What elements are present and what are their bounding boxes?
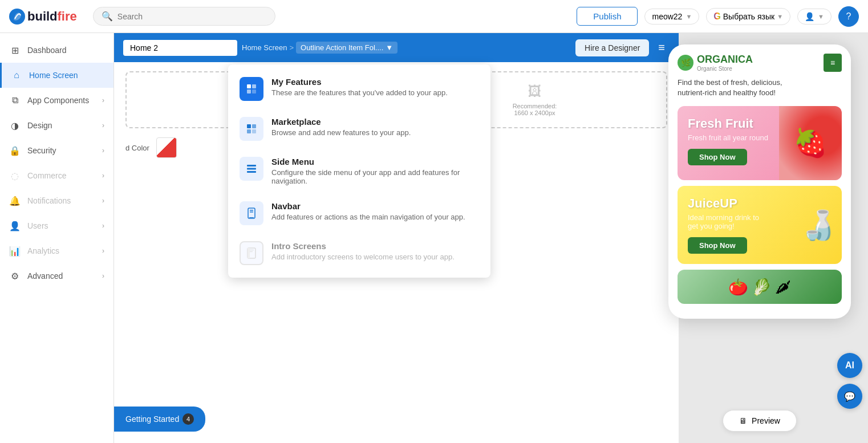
marketplace-text: Marketplace Browse and add new features … — [271, 117, 411, 137]
pepper-image: 🌶 — [775, 278, 791, 296]
sidebar-item-design[interactable]: ◑ Design › — [0, 113, 113, 138]
svg-rect-3 — [247, 90, 251, 94]
svg-rect-17 — [249, 250, 254, 250]
sidebar-item-notifications[interactable]: 🔔 Notifications › — [0, 188, 113, 213]
my-features-title: My Features — [271, 77, 448, 87]
notifications-chevron-icon: › — [102, 197, 104, 205]
preview-bar: 🖥 Preview — [668, 410, 851, 432]
sidebar-label-app-components: App Components — [27, 96, 89, 105]
hamburger-menu-button[interactable]: ≡ — [654, 39, 670, 56]
analytics-chevron-icon: › — [102, 247, 104, 255]
sidebar: ⊞ Dashboard ⌂ Home Screen ⧉ App Componen… — [0, 33, 114, 443]
svg-rect-4 — [252, 90, 256, 94]
sidebar-item-app-components[interactable]: ⧉ App Components › — [0, 88, 113, 113]
sidebar-label-commerce: Commerce — [27, 171, 66, 180]
sidebar-item-commerce[interactable]: ◌ Commerce › — [0, 163, 113, 188]
sidebar-item-analytics[interactable]: 📊 Analytics › — [0, 238, 113, 263]
juiceup-title: JuiceUP — [688, 196, 785, 211]
publish-button[interactable]: Publish — [577, 7, 638, 26]
search-input[interactable] — [117, 12, 267, 21]
fresh-fruit-shop-btn[interactable]: Shop Now — [688, 149, 747, 165]
dropdown-item-side-menu[interactable]: Side Menu Configure the side menu of you… — [228, 149, 490, 193]
sidebar-label-design: Design — [27, 121, 52, 130]
sidebar-label-notifications: Notifications — [27, 196, 71, 205]
side-menu-text: Side Menu Configure the side menu of you… — [271, 157, 479, 185]
phone-logo: 🌿 ORGANICA Organic Store — [678, 54, 753, 72]
search-bar[interactable]: 🔍 — [93, 7, 275, 26]
breadcrumb-home[interactable]: Home Screen — [242, 43, 287, 52]
svg-rect-2 — [252, 84, 256, 88]
preview-phone: 🌿 ORGANICA Organic Store ≡ Find the best… — [668, 44, 851, 319]
help-button[interactable]: ? — [838, 6, 859, 27]
breadcrumb-chevron-icon: ▼ — [386, 43, 393, 52]
marketplace-title: Marketplace — [271, 117, 411, 127]
page-title-input[interactable] — [123, 40, 237, 56]
color-label: d Color — [125, 144, 149, 152]
breadcrumb-separator: > — [289, 43, 294, 52]
intro-screens-title: Intro Screens — [271, 241, 455, 251]
brand-name: ORGANICA — [697, 54, 753, 65]
navbar-text: Navbar Add features or actions as the ma… — [271, 201, 465, 221]
account-label: meow22 — [652, 12, 682, 21]
design-chevron-icon: › — [102, 121, 104, 129]
dropdown-item-my-features[interactable]: My Features These are the features that … — [228, 69, 490, 109]
svg-rect-14 — [250, 212, 253, 213]
sidebar-item-security[interactable]: 🔒 Security › — [0, 138, 113, 163]
svg-rect-6 — [252, 124, 256, 128]
fresh-fruit-card-inner: Fresh Fruit Fresh fruit all year round S… — [678, 106, 842, 180]
dropdown-item-navbar[interactable]: Navbar Add features or actions as the ma… — [228, 193, 490, 233]
commerce-chevron-icon: › — [102, 172, 104, 180]
sidebar-item-advanced[interactable]: ⚙ Advanced › — [0, 263, 113, 288]
getting-started-badge: 4 — [182, 413, 194, 425]
user-icon: 👤 — [805, 12, 814, 21]
organica-icon: 🌿 — [678, 55, 693, 71]
preview-button[interactable]: 🖥 Preview — [723, 410, 797, 432]
sidebar-label-analytics: Analytics — [27, 246, 59, 255]
user-profile-btn[interactable]: 👤 ▼ — [797, 9, 832, 25]
hire-designer-button[interactable]: Hire a Designer — [575, 39, 649, 56]
marketplace-icon — [240, 117, 263, 141]
chat-button[interactable]: 💬 — [837, 384, 862, 409]
breadcrumb-current[interactable]: Outline Action Item Fol.... ▼ — [296, 42, 398, 54]
getting-started-button[interactable]: Getting Started 4 — [114, 407, 205, 432]
notifications-icon: 🔔 — [9, 195, 21, 206]
svg-rect-19 — [248, 248, 250, 258]
juiceup-card-inner: JuiceUP Ideal morning drink toget you go… — [678, 186, 842, 264]
color-preview[interactable] — [156, 137, 177, 158]
marketplace-desc: Browse and add new features to your app. — [271, 128, 411, 137]
svg-rect-8 — [252, 129, 256, 133]
strawberry-image: 🍓 — [779, 106, 842, 180]
lang-label: Выбрать язык — [723, 12, 774, 21]
logo: buildfire — [9, 9, 77, 25]
preview-icon: 🖥 — [739, 416, 747, 425]
content-area: Home Screen > Outline Action Item Fol...… — [114, 33, 868, 443]
main-layout: ⊞ Dashboard ⌂ Home Screen ⧉ App Componen… — [0, 33, 868, 443]
veggie-image: 🥬 — [752, 278, 772, 296]
floating-buttons: AI 💬 — [837, 353, 862, 409]
header: buildfire 🔍 Publish meow22 ▼ G Выбрать я… — [0, 0, 868, 33]
phone-menu-icon[interactable]: ≡ — [824, 54, 842, 72]
juiceup-shop-btn[interactable]: Shop Now — [688, 237, 747, 254]
sidebar-label-security: Security — [27, 146, 56, 155]
account-chip[interactable]: meow22 ▼ — [644, 9, 699, 25]
side-menu-desc: Configure the side menu of your app and … — [271, 168, 479, 185]
fresh-fruit-card: Fresh Fruit Fresh fruit all year round S… — [678, 106, 842, 180]
sidebar-item-users[interactable]: 👤 Users › — [0, 213, 113, 238]
getting-started-label: Getting Started — [125, 414, 179, 424]
google-lang-selector[interactable]: G Выбрать язык ▼ — [706, 8, 790, 25]
users-chevron-icon: › — [102, 222, 104, 230]
chevron-down-icon: ▼ — [686, 13, 692, 20]
dropdown-item-intro-screens: Intro Screens Add introductory screens t… — [228, 233, 490, 273]
svg-rect-1 — [247, 84, 251, 88]
google-icon: G — [713, 11, 720, 22]
app-components-icon: ⧉ — [9, 95, 21, 106]
hamburger-icon-phone: ≡ — [830, 58, 835, 67]
dashboard-icon: ⊞ — [9, 44, 21, 56]
sidebar-item-dashboard[interactable]: ⊞ Dashboard — [0, 38, 113, 63]
dropdown-item-marketplace[interactable]: Marketplace Browse and add new features … — [228, 109, 490, 149]
ai-button[interactable]: AI — [837, 353, 862, 378]
my-features-text: My Features These are the features that … — [271, 77, 448, 97]
veggie-card: 🍅 🥬 🌶 — [678, 270, 842, 304]
sidebar-item-home-screen[interactable]: ⌂ Home Screen — [0, 63, 113, 88]
svg-rect-10 — [247, 168, 256, 170]
